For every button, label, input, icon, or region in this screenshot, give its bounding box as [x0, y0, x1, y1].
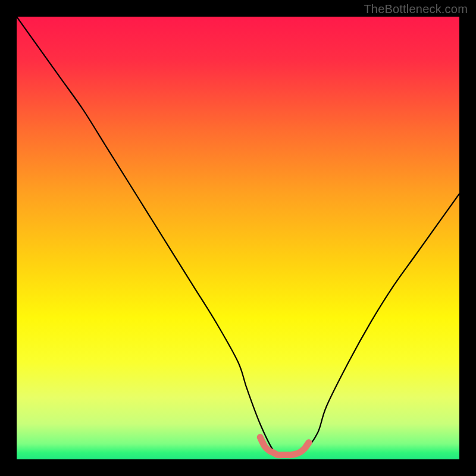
curve-layer	[17, 17, 459, 459]
bottleneck-curve	[17, 17, 459, 455]
chart-plot-area	[17, 17, 459, 459]
watermark-text: TheBottleneck.com	[364, 2, 468, 16]
